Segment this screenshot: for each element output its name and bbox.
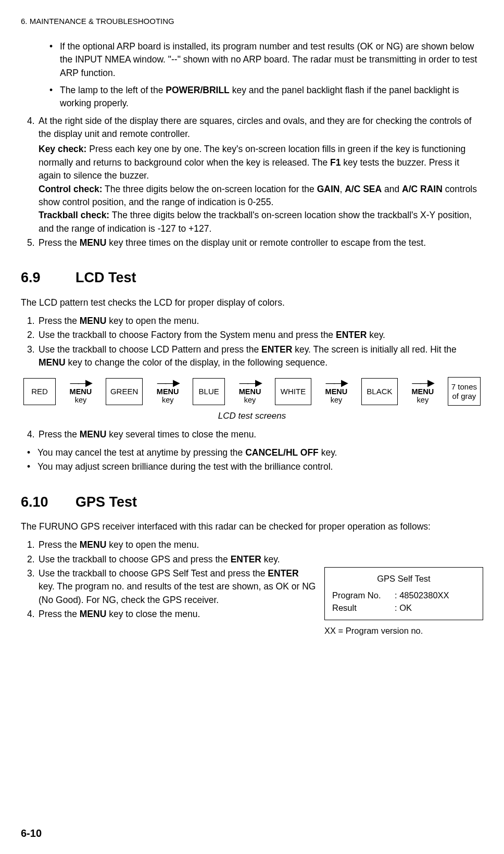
section-heading-lcd: 6.9LCD Test xyxy=(21,268,483,288)
number-mark: 1. xyxy=(27,538,39,551)
list-item: 3. Use the trackball to choose GPS Self … xyxy=(27,567,317,607)
arrow-icon: ——▶ xyxy=(157,378,179,387)
list-item: 2. Use the trackball to choose GPS and p… xyxy=(27,553,483,566)
section-heading-gps: 6.10GPS Test xyxy=(21,492,483,512)
diagram-caption: LCD test screens xyxy=(21,410,483,423)
list-item: 1. Press the MENU key to open the menu. xyxy=(27,538,483,551)
step-content: Press the MENU key to open the menu. xyxy=(39,538,483,551)
number-mark: 2. xyxy=(27,553,39,566)
diagram-box-green: GREEN xyxy=(106,378,143,405)
number-mark: 4. xyxy=(27,608,39,621)
step-content: Use the trackball to choose Factory from… xyxy=(39,329,483,342)
number-mark: 1. xyxy=(27,315,39,328)
list-item: • The lamp to the left of the POWER/BRIL… xyxy=(49,84,483,110)
gps-selftest-box: GPS Self Test Program No. : 48502380XX R… xyxy=(324,567,483,620)
number-mark: 2. xyxy=(27,329,39,342)
list-item: 3. Use the trackball to choose LCD Patte… xyxy=(27,343,483,370)
step-content: Use the trackball to choose GPS Self Tes… xyxy=(39,567,317,607)
note-item: • You may adjust screen brilliance durin… xyxy=(27,460,483,473)
diagram-box-gray: 7 tonesof gray xyxy=(448,377,481,406)
step-content: Use the trackball to choose GPS and pres… xyxy=(39,553,483,566)
bullet-text: The lamp to the left of the POWER/BRILL … xyxy=(60,84,483,110)
arrow-icon: ——▶ xyxy=(70,378,91,387)
step-content: Press the MENU key to open the menu. xyxy=(39,315,483,328)
diagram-box-red: RED xyxy=(23,378,56,405)
gps-row: Program No. : 48502380XX xyxy=(332,589,475,602)
lcd-step4: 4. Press the MENU key several times to c… xyxy=(27,428,483,441)
number-mark: 4. xyxy=(27,428,39,441)
list-item: 2. Use the trackball to choose Factory f… xyxy=(27,329,483,342)
note-item: • You may cancel the test at anytime by … xyxy=(27,446,483,459)
arrow-icon: ——▶ xyxy=(412,378,433,387)
page-number: 6-10 xyxy=(21,826,42,841)
page-header: 6. MAINTENANCE & TROUBLESHOOTING xyxy=(21,16,483,27)
arrow-group: ——▶ MENUkey xyxy=(398,378,448,405)
number-mark: 3. xyxy=(27,567,39,607)
intro-bullet-list: • If the optional ARP board is installed… xyxy=(49,40,483,110)
number-mark: 3. xyxy=(27,343,39,370)
list-item: • If the optional ARP board is installed… xyxy=(49,40,483,80)
bullet-mark: • xyxy=(49,40,60,80)
diagram-box-white: WHITE xyxy=(275,378,311,405)
step-content: Press the MENU key several times to clos… xyxy=(39,428,483,441)
number-mark: 5. xyxy=(27,236,39,249)
bullet-mark: • xyxy=(27,446,37,459)
arrow-group: ——▶ MENUkey xyxy=(225,378,275,405)
intro-numbered-list: 4. At the right side of the display ther… xyxy=(27,115,483,250)
list-item: 4. Press the MENU key to close the menu. xyxy=(27,608,317,621)
arrow-group: ——▶ MENUkey xyxy=(143,378,193,405)
arrow-icon: ——▶ xyxy=(325,378,347,387)
arrow-group: ——▶ MENUkey xyxy=(311,378,361,405)
gps-box-title: GPS Self Test xyxy=(332,573,475,585)
step-content: Press the MENU key to close the menu. xyxy=(39,608,317,621)
bullet-text: If the optional ARP board is installed, … xyxy=(60,40,483,80)
arrow-group: ——▶ MENUkey xyxy=(56,378,106,405)
gps-note: XX = Program version no. xyxy=(324,625,483,637)
step-content: Use the trackball to choose LCD Pattern … xyxy=(39,343,483,370)
step-content: Press the MENU key three times on the di… xyxy=(39,236,483,249)
lcd-steps: 1. Press the MENU key to open the menu. … xyxy=(27,315,483,370)
gps-intro: The FURUNO GPS receiver interfaced with … xyxy=(21,520,483,533)
list-item: 4. Press the MENU key several times to c… xyxy=(27,428,483,441)
list-item: 5. Press the MENU key three times on the… xyxy=(27,236,483,249)
bullet-mark: • xyxy=(49,84,60,110)
list-item: 1. Press the MENU key to open the menu. xyxy=(27,315,483,328)
list-item: 4. At the right side of the display ther… xyxy=(27,115,483,235)
lcd-intro: The LCD pattern test checks the LCD for … xyxy=(21,296,483,309)
bullet-mark: • xyxy=(27,460,37,473)
diagram-box-black: BLACK xyxy=(361,378,398,405)
arrow-icon: ——▶ xyxy=(240,378,261,387)
step-content: At the right side of the display there a… xyxy=(39,115,483,235)
lcd-diagram: RED ——▶ MENUkey GREEN ——▶ MENUkey BLUE —… xyxy=(23,377,481,406)
gps-steps: 1. Press the MENU key to open the menu. … xyxy=(27,538,483,566)
diagram-box-blue: BLUE xyxy=(193,378,225,405)
gps-row: Result : OK xyxy=(332,602,475,614)
number-mark: 4. xyxy=(27,115,39,235)
